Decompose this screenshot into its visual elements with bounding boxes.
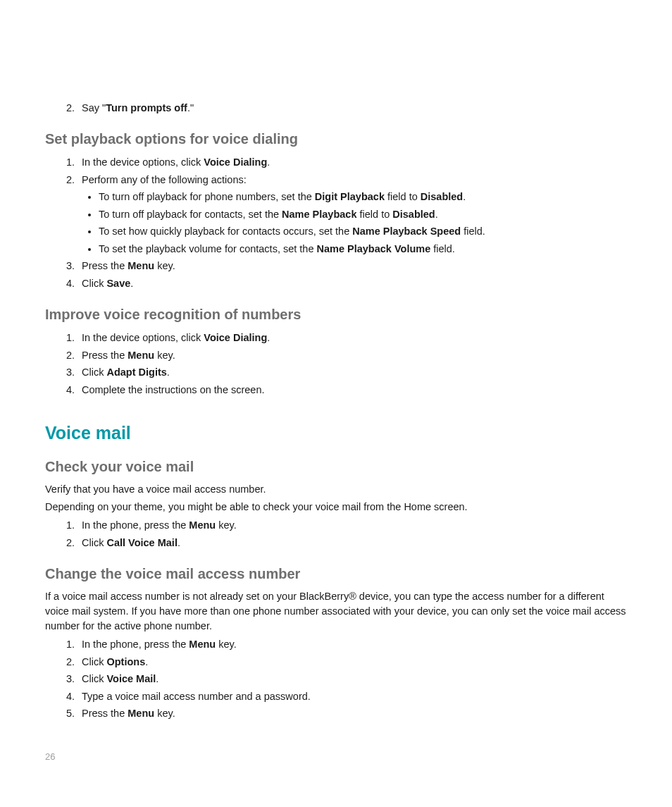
text-run: . — [145, 656, 148, 667]
list-item: In the device options, click Voice Diali… — [77, 154, 627, 170]
bold-text: Voice Dialing — [204, 332, 267, 343]
list-item: Press the Menu key. — [77, 347, 627, 363]
text-run: In the phone, press the — [82, 519, 189, 531]
text-run: . — [156, 673, 158, 684]
text-run: In the device options, click — [82, 156, 204, 168]
text-run: . — [435, 209, 438, 220]
heading-improve-recognition: Improve voice recognition of numbers — [45, 307, 627, 323]
text-run: . — [463, 191, 466, 202]
bold-text: Turn prompts off — [106, 102, 187, 113]
bold-text: Call Voice Mail — [106, 537, 177, 548]
text-run: key. — [154, 350, 175, 361]
paragraph: Depending on your theme, you might be ab… — [45, 500, 627, 515]
bold-text: Adapt Digits — [106, 366, 166, 378]
text-run: field to — [385, 191, 421, 202]
check-steps: In the phone, press the Menu key. Click … — [45, 517, 627, 550]
text-run: key. — [216, 639, 237, 650]
list-item: Say "Turn prompts off." — [77, 100, 627, 116]
paragraph: If a voice mail access number is not alr… — [45, 589, 627, 634]
list-item: In the phone, press the Menu key. — [77, 636, 627, 652]
text-run: Perform any of the following actions: — [82, 174, 247, 185]
list-item: Perform any of the following actions: To… — [77, 172, 627, 257]
top-continued-list: Say "Turn prompts off." — [45, 100, 627, 116]
bold-text: Name Playback Speed — [352, 226, 461, 237]
text-run: Click — [82, 537, 106, 548]
text-run: . — [178, 537, 180, 548]
text-run: Press the — [82, 350, 127, 361]
heading-check-voice-mail: Check your voice mail — [45, 459, 627, 475]
text-run: key. — [154, 708, 175, 719]
bold-text: Menu — [127, 350, 154, 361]
list-item: In the device options, click Voice Diali… — [77, 330, 627, 345]
change-steps: In the phone, press the Menu key. Click … — [45, 636, 627, 721]
paragraph: Verify that you have a voice mail access… — [45, 482, 627, 497]
text-run: . — [267, 332, 270, 343]
list-item: To set how quickly playback for contacts… — [99, 223, 627, 239]
bold-text: Name Playback Volume — [317, 243, 431, 254]
bold-text: Menu — [189, 519, 216, 531]
improve-steps: In the device options, click Voice Diali… — [45, 330, 627, 398]
text-run: Click — [82, 278, 106, 289]
document-page: Say "Turn prompts off." Set playback opt… — [0, 0, 672, 807]
heading-playback-options: Set playback options for voice dialing — [45, 131, 627, 147]
list-item: In the phone, press the Menu key. — [77, 517, 627, 533]
bold-text: Voice Dialing — [204, 156, 267, 168]
list-item: Press the Menu key. — [77, 706, 627, 721]
text-run: In the phone, press the — [82, 639, 189, 650]
text-run: Press the — [82, 708, 127, 719]
text-run: Click — [82, 656, 106, 667]
text-run: To set how quickly playback for contacts… — [99, 226, 352, 237]
text-run: field. — [430, 243, 455, 254]
playback-sub-bullets: To turn off playback for phone numbers, … — [82, 189, 627, 257]
bold-text: Digit Playback — [315, 191, 385, 202]
text-run: Click — [82, 673, 106, 684]
page-number: 26 — [45, 751, 55, 762]
list-item: To turn off playback for phone numbers, … — [99, 189, 627, 204]
list-item: Click Save. — [77, 276, 627, 291]
list-item: Type a voice mail access number and a pa… — [77, 689, 627, 704]
bold-text: Menu — [127, 708, 154, 719]
text-run: key. — [154, 260, 175, 271]
text-run: . — [167, 366, 170, 378]
text-run: field. — [461, 226, 485, 237]
text-run: Type a voice mail access number and a pa… — [82, 691, 311, 702]
text-run: field to — [356, 209, 392, 220]
list-item: Complete the instructions on the screen. — [77, 382, 627, 398]
list-item: Press the Menu key. — [77, 258, 627, 273]
bold-text: Menu — [189, 639, 216, 650]
text-run: In the device options, click — [82, 332, 204, 343]
text-run: . — [130, 278, 133, 289]
text-run: To turn off playback for contacts, set t… — [99, 209, 282, 220]
playback-steps: In the device options, click Voice Diali… — [45, 154, 627, 291]
bold-text: Options — [106, 656, 145, 667]
heading-voice-mail: Voice mail — [45, 423, 627, 443]
bold-text: Disabled — [392, 209, 435, 220]
list-item: Click Call Voice Mail. — [77, 535, 627, 550]
list-item: Click Adapt Digits. — [77, 364, 627, 380]
list-item: To set the playback volume for contacts,… — [99, 241, 627, 257]
text-run: Click — [82, 366, 106, 378]
list-item: To turn off playback for contacts, set t… — [99, 207, 627, 222]
bold-text: Voice Mail — [106, 673, 156, 684]
bold-text: Menu — [127, 260, 154, 271]
heading-change-access-number: Change the voice mail access number — [45, 566, 627, 582]
list-item: Click Voice Mail. — [77, 671, 627, 686]
bold-text: Name Playback — [282, 209, 356, 220]
text-run: . — [267, 156, 270, 168]
bold-text: Save — [106, 278, 130, 289]
text-run: ." — [187, 102, 194, 113]
text-run: Complete the instructions on the screen. — [82, 384, 265, 395]
text-run: To set the playback volume for contacts,… — [99, 243, 317, 254]
list-item: Click Options. — [77, 654, 627, 670]
text-run: key. — [216, 519, 237, 531]
text-run: Say " — [82, 102, 106, 113]
text-run: To turn off playback for phone numbers, … — [99, 191, 315, 202]
text-run: Press the — [82, 260, 127, 271]
bold-text: Disabled — [421, 191, 463, 202]
